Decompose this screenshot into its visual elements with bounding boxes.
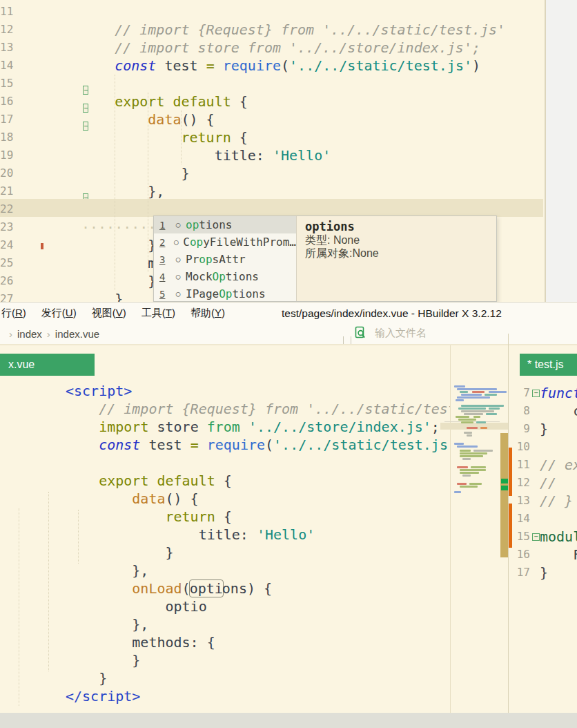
scrollbar-thumb[interactable]	[500, 433, 508, 557]
breadcrumb-separator: ›	[9, 328, 12, 340]
breadcrumb-separator: ›	[47, 328, 50, 340]
minimap-bar	[457, 466, 468, 468]
completion-list[interactable]: 1○options2○CopyFileWithProm…3○PropsAttr4…	[154, 216, 296, 301]
line-number: 14	[514, 510, 530, 528]
code-line[interactable]: export default {	[0, 472, 451, 490]
code-line[interactable]: 12//	[514, 474, 577, 492]
code-line[interactable]: </script>	[0, 687, 451, 705]
code-line[interactable]: // import {Request} from '../../static/t…	[0, 400, 451, 418]
line-number: 15	[514, 528, 530, 546]
line-number: 25	[0, 256, 13, 269]
line-number: 10	[514, 438, 530, 456]
bottom-editor-area: x.vue * test.js <script> // import {Requ…	[0, 345, 577, 728]
code-line[interactable]: 16− data() {	[0, 91, 545, 109]
code-line[interactable]: }	[0, 544, 451, 562]
left-editor-pane[interactable]: <script> // import {Request} from '../..…	[0, 345, 451, 713]
menu-item[interactable]: 视图(V)	[92, 307, 126, 320]
minimap-bar	[480, 427, 487, 429]
fold-marker-icon[interactable]: −	[532, 533, 540, 541]
tab-test-js[interactable]: * test.js	[520, 354, 577, 376]
completion-item[interactable]: 5○IPageOptions	[154, 285, 296, 301]
fold-marker-icon[interactable]: −	[532, 390, 540, 397]
minimap-bar	[458, 408, 486, 410]
completion-popup-top: 1○options2○CopyFileWithProm…3○PropsAttr4…	[153, 215, 497, 302]
code-line[interactable]: 18 title: 'Hello'	[0, 127, 545, 145]
top-editor-pane[interactable]: 11 // import {Request} from '../../stati…	[0, 0, 577, 302]
code-line[interactable]: 9}	[514, 420, 577, 438]
code-line[interactable]: 10	[514, 438, 577, 456]
completion-item[interactable]: 4○MockOptions	[154, 268, 296, 285]
minimap-bar	[462, 475, 471, 477]
line-number: 24	[0, 238, 13, 251]
pane-divider-top	[508, 334, 509, 345]
code-line[interactable]: 22············op	[0, 199, 545, 217]
code-line[interactable]: 16 F	[514, 546, 577, 564]
line-number: 22	[0, 202, 13, 215]
breadcrumb-item[interactable]: index	[17, 328, 42, 340]
code-line[interactable]: <script>	[0, 382, 451, 400]
line-number: 12	[514, 474, 530, 492]
minimap-bar	[472, 391, 485, 393]
code-line[interactable]: }	[0, 651, 451, 669]
minimap-bar	[454, 385, 465, 387]
completion-item[interactable]: 1○options	[154, 216, 296, 233]
code-line[interactable]: return {	[0, 508, 451, 526]
code-line[interactable]: },	[0, 615, 451, 633]
fold-spacer	[532, 461, 540, 469]
code-line[interactable]: 17− return {	[0, 109, 545, 127]
code-line[interactable]: 21− onLoad(options) {	[0, 181, 545, 199]
indent-guide	[19, 508, 19, 706]
menu-item[interactable]: 行(R)	[1, 307, 26, 320]
tab-index-vue[interactable]: x.vue	[0, 354, 95, 376]
code-line[interactable]: optio	[0, 597, 451, 615]
minimap-bar	[469, 483, 482, 485]
minimap-bar	[460, 486, 478, 488]
fold-spacer	[532, 443, 540, 451]
overview-ruler-saved-mark	[501, 479, 508, 483]
breadcrumb-item[interactable]: index.vue	[55, 328, 99, 340]
code-line[interactable]: 11// ex	[514, 456, 577, 474]
line-number: 8	[514, 402, 530, 420]
code-line[interactable]: 19 }	[0, 145, 545, 163]
code-line[interactable]: data() {	[0, 490, 451, 508]
code-line[interactable]: 14	[0, 55, 545, 73]
code-line[interactable]: 17}	[514, 564, 577, 582]
code-line[interactable]: 13// }	[514, 492, 577, 510]
right-code-lines[interactable]: 7−function8 c9}1011// ex12//13// }1415−m…	[514, 384, 577, 582]
fold-spacer	[532, 479, 540, 487]
code-line[interactable]: 13 const test = require('../../static/te…	[0, 37, 545, 55]
code-line[interactable]: 20 },	[0, 163, 545, 181]
code-line[interactable]: 11 // import {Request} from '../../stati…	[0, 1, 545, 19]
code-line[interactable]: methods: {	[0, 633, 451, 651]
file-search-box[interactable]: 输入文件名	[355, 326, 427, 340]
code-line[interactable]: 7−function	[514, 384, 577, 402]
code-line[interactable]: 8 c	[514, 402, 577, 420]
minimap[interactable]	[442, 383, 509, 525]
left-code-lines[interactable]: <script> // import {Request} from '../..…	[0, 382, 451, 705]
completion-item-index: 1	[159, 220, 170, 231]
completion-item[interactable]: 2○CopyFileWithProm…	[154, 233, 296, 251]
code-line[interactable]	[0, 454, 451, 472]
code-line[interactable]: 12 // import store from '../../store/ind…	[0, 19, 545, 37]
completion-item[interactable]: 3○PropsAttr	[154, 251, 296, 268]
code-line[interactable]: title: 'Hello'	[0, 526, 451, 544]
minimap-bar	[458, 419, 476, 421]
code-line[interactable]: onLoad(options) {	[0, 579, 451, 597]
completion-item-label: options	[186, 218, 232, 231]
overview-ruler-modified-mark	[509, 448, 512, 496]
code-line[interactable]: }	[0, 669, 451, 687]
menu-item[interactable]: 发行(U)	[41, 307, 77, 320]
minimap-bar	[461, 421, 473, 423]
menu-item[interactable]: 帮助(Y)	[190, 307, 225, 320]
code-line[interactable]: },	[0, 562, 451, 579]
minimap-bar	[476, 421, 486, 423]
code-line[interactable]: 15− export default {	[0, 73, 545, 91]
minimap-bar	[457, 483, 467, 485]
code-line[interactable]: 15−module	[514, 528, 577, 546]
right-editor-pane[interactable]: 7−function8 c9}1011// ex12//13// }1415−m…	[514, 345, 577, 713]
code-line[interactable]: import store from '../../store/index.js'…	[0, 418, 451, 436]
line-number: 18	[0, 131, 13, 144]
code-line[interactable]: 14	[514, 510, 577, 528]
menu-item[interactable]: 工具(T)	[141, 307, 175, 320]
code-line[interactable]: const test = require('../../static/test.…	[0, 436, 451, 454]
